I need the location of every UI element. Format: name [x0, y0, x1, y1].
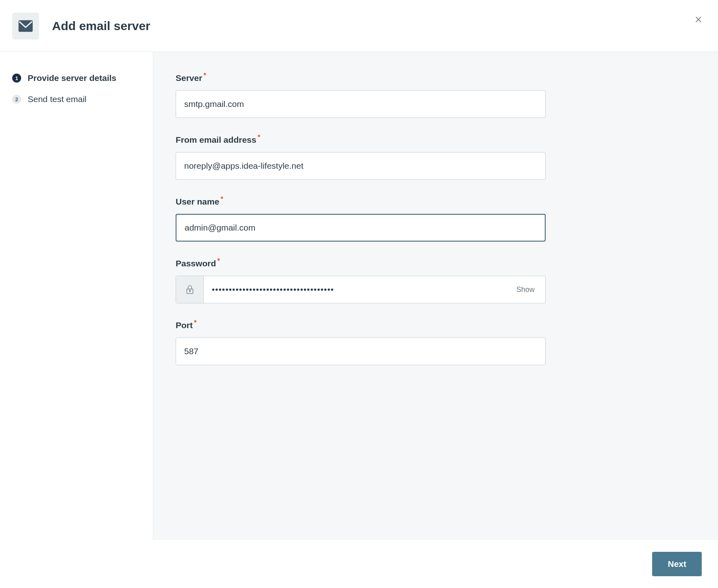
from-email-input[interactable] [176, 152, 546, 180]
dialog-header: Add email server [0, 0, 718, 52]
close-button[interactable] [693, 14, 704, 25]
form-panel: Server* From email address* User name* P… [153, 52, 718, 540]
step-label: Provide server details [28, 73, 116, 83]
server-label: Server* [176, 72, 546, 83]
step-send-test-email[interactable]: 2 Send test email [12, 89, 141, 110]
required-asterisk: * [203, 72, 206, 79]
dialog-title: Add email server [52, 19, 150, 33]
lock-icon [176, 276, 204, 303]
step-label: Send test email [28, 94, 87, 104]
step-provide-server-details[interactable]: 1 Provide server details [12, 68, 141, 89]
dialog-footer: Next [0, 540, 718, 588]
next-button[interactable]: Next [652, 552, 702, 576]
password-input[interactable] [204, 276, 506, 303]
required-asterisk: * [194, 319, 197, 327]
username-label: User name* [176, 195, 546, 207]
step-number-badge: 1 [12, 74, 21, 83]
from-email-label: From email address* [176, 133, 546, 145]
dialog-body: 1 Provide server details 2 Send test ema… [0, 52, 718, 540]
form-group-password: Password* Show [176, 257, 546, 303]
mail-icon [12, 13, 39, 39]
show-password-button[interactable]: Show [506, 276, 545, 303]
required-asterisk: * [217, 257, 220, 265]
steps-sidebar: 1 Provide server details 2 Send test ema… [0, 52, 153, 540]
username-input[interactable] [176, 214, 546, 242]
port-label: Port* [176, 319, 546, 330]
password-label: Password* [176, 257, 546, 268]
form-group-from-email: From email address* [176, 133, 546, 180]
form-group-username: User name* [176, 195, 546, 242]
form-group-server: Server* [176, 72, 546, 118]
form-group-port: Port* [176, 319, 546, 365]
required-asterisk: * [220, 195, 223, 203]
password-input-wrapper: Show [176, 276, 546, 303]
server-input[interactable] [176, 90, 546, 118]
step-number-badge: 2 [12, 95, 21, 104]
port-input[interactable] [176, 338, 546, 365]
required-asterisk: * [257, 133, 260, 141]
close-icon [694, 15, 703, 24]
